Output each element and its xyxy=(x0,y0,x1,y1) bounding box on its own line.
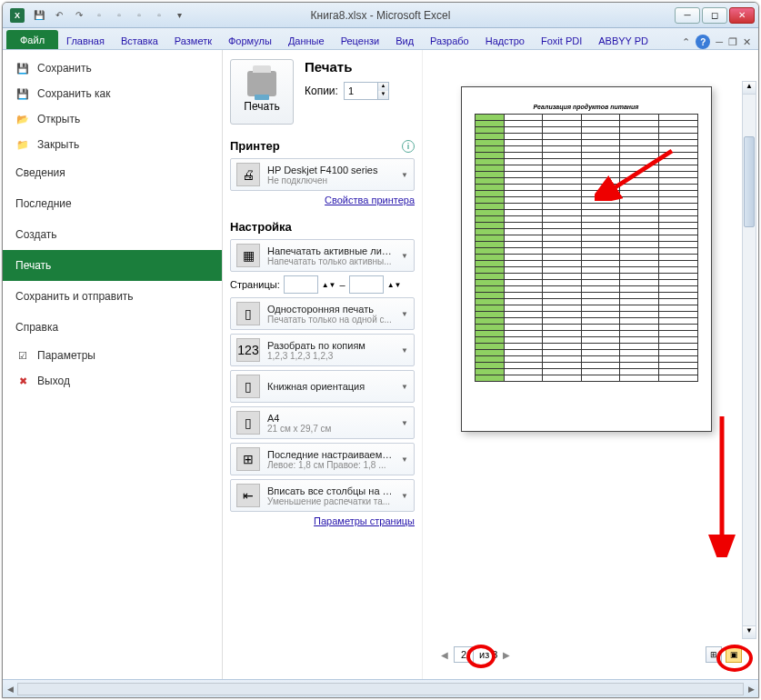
ribbon-tabs: Файл Главная Вставка Разметк Формулы Дан… xyxy=(3,28,758,50)
fit-icon: ⇤ xyxy=(236,484,260,507)
tab-addins[interactable]: Надстро xyxy=(477,31,533,49)
spin-down-icon[interactable]: ▼ xyxy=(378,91,388,99)
paper-size-select[interactable]: ▯ A421 см x 29,7 см ▼ xyxy=(230,406,415,439)
tab-dev[interactable]: Разрабо xyxy=(422,31,477,49)
hscroll-left-icon[interactable]: ◀ xyxy=(3,685,17,694)
sidebar-save[interactable]: 💾Сохранить xyxy=(3,55,222,81)
collate-select[interactable]: 123 Разобрать по копиям1,2,3 1,2,3 1,2,3… xyxy=(230,334,415,366)
scroll-thumb[interactable] xyxy=(744,136,755,227)
sheets-icon: ▦ xyxy=(236,244,260,267)
sidebar-close[interactable]: 📁Закрыть xyxy=(3,132,222,157)
hscroll-track[interactable] xyxy=(17,683,744,695)
tab-layout[interactable]: Разметк xyxy=(166,31,220,49)
print-button[interactable]: Печать xyxy=(230,59,294,125)
sidebar-exit[interactable]: ✖Выход xyxy=(3,368,222,394)
page-of-label: из 3 xyxy=(479,649,497,660)
sidebar-saveas[interactable]: 💾Сохранить как xyxy=(3,81,222,106)
copies-spinner[interactable]: ▲▼ xyxy=(344,82,389,100)
preview-page: Реализация продуктов питания xyxy=(461,86,712,432)
sidebar-open[interactable]: 📂Открыть xyxy=(3,106,222,132)
qat-btn[interactable]: ▫ xyxy=(92,8,106,23)
chevron-down-icon: ▼ xyxy=(401,455,408,464)
page-setup-link[interactable]: Параметры страницы xyxy=(230,515,415,526)
chevron-down-icon: ▼ xyxy=(401,383,408,391)
printer-icon xyxy=(247,71,276,96)
close-folder-icon: 📁 xyxy=(15,137,30,152)
sidebar-info[interactable]: Сведения xyxy=(3,157,222,188)
sidebar-recent[interactable]: Последние xyxy=(3,188,222,219)
ribbon-collapse-icon[interactable]: ⌃ xyxy=(682,36,690,48)
printer-device-icon: 🖨 xyxy=(236,163,260,186)
tab-file[interactable]: Файл xyxy=(6,30,58,49)
zoom-to-page-button[interactable]: ▣ xyxy=(726,646,742,663)
scroll-up-icon[interactable]: ▲ xyxy=(743,82,756,95)
statusbar: ◀ ▶ xyxy=(3,679,758,697)
qat-save-icon[interactable]: 💾 xyxy=(32,8,46,23)
show-margins-button[interactable]: ⊞ xyxy=(706,646,722,663)
tab-review[interactable]: Рецензи xyxy=(333,31,388,49)
settings-section: Настройка xyxy=(230,220,292,234)
maximize-button[interactable]: ◻ xyxy=(702,7,727,24)
print-what-select[interactable]: ▦ Напечатать активные листыНапечатать то… xyxy=(230,239,415,272)
doc-minimize-icon[interactable]: ─ xyxy=(716,36,723,47)
info-icon[interactable]: i xyxy=(402,140,415,153)
paper-icon: ▯ xyxy=(236,411,260,435)
sidebar-options[interactable]: ☑Параметры xyxy=(3,343,222,368)
preview-table xyxy=(475,114,698,382)
tab-formulas[interactable]: Формулы xyxy=(220,31,280,49)
qat-btn[interactable]: ▫ xyxy=(112,8,126,23)
qat-btn[interactable]: ▫ xyxy=(132,8,146,23)
vertical-scrollbar[interactable]: ▲ ▼ xyxy=(742,81,756,639)
tab-abbyy[interactable]: ABBYY PD xyxy=(590,31,656,49)
chevron-down-icon: ▼ xyxy=(401,252,408,260)
sidebar-help[interactable]: Справка xyxy=(3,312,222,343)
window-title: Книга8.xlsx - Microsoft Excel xyxy=(311,9,451,22)
page-icon: ▯ xyxy=(236,302,260,325)
tab-view[interactable]: Вид xyxy=(387,31,422,49)
print-preview-area: Реализация продуктов питания ◀ из 3 ▶ ⊞ … xyxy=(423,50,758,679)
page-number-input[interactable] xyxy=(454,646,474,663)
page-from-input[interactable] xyxy=(284,275,318,294)
minimize-button[interactable]: ─ xyxy=(675,7,700,24)
chevron-down-icon: ▼ xyxy=(401,492,408,500)
margins-select[interactable]: ⊞ Последние настраиваемые ...Левое: 1,8 … xyxy=(230,443,415,475)
next-page-button[interactable]: ▶ xyxy=(503,650,510,660)
chevron-down-icon: ▼ xyxy=(401,171,408,179)
page-to-input[interactable] xyxy=(349,275,384,294)
scaling-select[interactable]: ⇤ Вписать все столбцы на одн...Уменьшени… xyxy=(230,479,415,512)
portrait-icon: ▯ xyxy=(236,375,260,398)
qat-undo-icon[interactable]: ↶ xyxy=(52,8,66,23)
sidebar-print[interactable]: Печать xyxy=(3,250,222,281)
sidebar-new[interactable]: Создать xyxy=(3,219,222,250)
printer-properties-link[interactable]: Свойства принтера xyxy=(230,195,415,205)
spin-up-icon[interactable]: ▲ xyxy=(378,83,388,91)
copies-input[interactable] xyxy=(345,83,377,99)
excel-icon: X xyxy=(10,8,25,23)
chevron-down-icon: ▼ xyxy=(401,310,408,318)
doc-close-icon[interactable]: ✕ xyxy=(743,36,751,48)
tab-foxit[interactable]: Foxit PDI xyxy=(533,31,590,49)
tab-insert[interactable]: Вставка xyxy=(113,31,166,49)
save-icon: 💾 xyxy=(15,61,30,75)
qat-btn[interactable]: ▫ xyxy=(152,8,166,23)
options-icon: ☑ xyxy=(15,348,30,363)
saveas-icon: 💾 xyxy=(15,86,30,101)
help-icon[interactable]: ? xyxy=(696,35,710,49)
orientation-select[interactable]: ▯ Книжная ориентация ▼ xyxy=(230,370,415,403)
margins-icon: ⊞ xyxy=(236,447,260,471)
titlebar: X 💾 ↶ ↷ ▫ ▫ ▫ ▫ ▾ Книга8.xlsx - Microsof… xyxy=(3,3,758,28)
qat-redo-icon[interactable]: ↷ xyxy=(72,8,86,23)
scroll-down-icon[interactable]: ▼ xyxy=(743,625,756,638)
quick-access-toolbar: 💾 ↶ ↷ ▫ ▫ ▫ ▫ ▾ xyxy=(32,8,186,23)
prev-page-button[interactable]: ◀ xyxy=(441,650,448,660)
printer-select[interactable]: 🖨 HP Deskjet F4100 seriesНе подключен ▼ xyxy=(230,158,415,191)
hscroll-right-icon[interactable]: ▶ xyxy=(744,685,758,694)
doc-restore-icon[interactable]: ❐ xyxy=(728,36,737,48)
qat-dropdown-icon[interactable]: ▾ xyxy=(172,8,186,23)
tab-data[interactable]: Данные xyxy=(280,31,333,49)
sides-select[interactable]: ▯ Односторонняя печатьПечатать только на… xyxy=(230,297,415,330)
sidebar-share[interactable]: Сохранить и отправить xyxy=(3,281,222,312)
preview-table-title: Реализация продуктов питания xyxy=(475,104,698,110)
close-button[interactable]: ✕ xyxy=(729,7,755,24)
tab-home[interactable]: Главная xyxy=(58,31,113,49)
